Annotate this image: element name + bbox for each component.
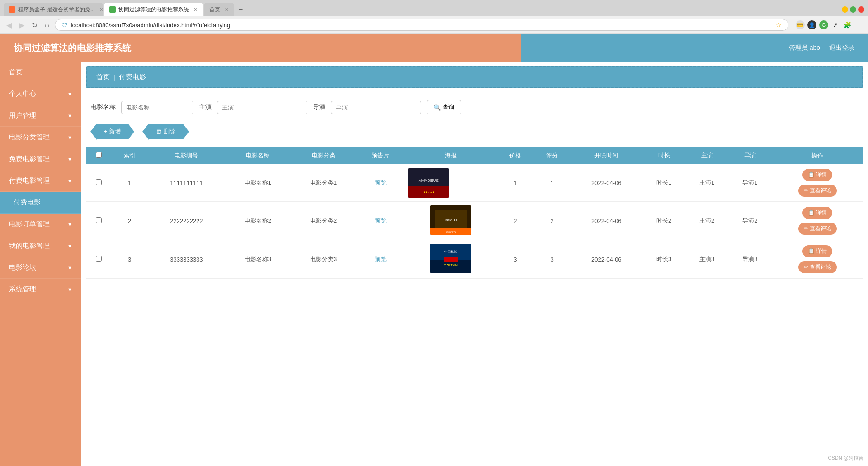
sidebar-item-forum[interactable]: 电影论坛 ▼ xyxy=(0,257,81,279)
row2-review-button[interactable]: ✏ 查看评论 xyxy=(798,223,837,235)
url-bar[interactable]: 🛡 localhost:8080/ssmf7s0a/admin/dist/ind… xyxy=(55,19,788,31)
breadcrumb-current: 付费电影 xyxy=(119,73,146,81)
sidebar-item-order-mgmt[interactable]: 电影订单管理 ▼ xyxy=(0,214,81,235)
cursor-icon[interactable]: ↗ xyxy=(831,20,840,29)
browser-chrome: 程序员盒子-最适合初学者的免... ✕ 协同过滤算法的电影推荐系统 ✕ 首页 ✕… xyxy=(0,0,868,34)
wallet-icon[interactable]: 💳 xyxy=(796,20,805,29)
chevron-down-icon: ▼ xyxy=(67,157,72,162)
actor-input[interactable] xyxy=(217,101,307,114)
svg-text:CAPTAIN: CAPTAIN xyxy=(444,264,458,267)
tab-2[interactable]: 协同过滤算法的电影推荐系统 ✕ xyxy=(104,3,203,16)
svg-rect-13 xyxy=(444,257,458,262)
tab-1-close[interactable]: ✕ xyxy=(99,7,103,13)
svg-text:首藤文D: 首藤文D xyxy=(446,230,456,233)
row1-checkbox[interactable] xyxy=(96,179,102,185)
row1-price: 1 xyxy=(497,164,533,202)
sidebar-item-system[interactable]: 系统管理 ▼ xyxy=(0,279,81,300)
window-controls xyxy=(842,6,864,13)
chevron-down-icon: ▼ xyxy=(67,243,72,249)
action-bar: + 新增 🗑 删除 xyxy=(81,122,868,147)
home-button[interactable]: ⌂ xyxy=(43,20,51,30)
row3-preview-link[interactable]: 预览 xyxy=(375,256,387,262)
row3-actions: 📋 详情 ✏ 查看评论 xyxy=(771,240,863,279)
table-col-poster: 海报 xyxy=(405,147,497,164)
extension-icon[interactable]: G xyxy=(819,20,828,29)
tab-3-close[interactable]: ✕ xyxy=(225,7,229,13)
row1-duration: 时长1 xyxy=(642,164,685,202)
delete-button[interactable]: 🗑 删除 xyxy=(149,124,183,139)
tab-1-label: 程序员盒子-最适合初学者的免... xyxy=(18,6,95,14)
add-button[interactable]: + 新增 xyxy=(97,124,128,139)
breadcrumb-home[interactable]: 首页 xyxy=(96,73,110,81)
sidebar-item-personal[interactable]: 个人中心 ▼ xyxy=(0,83,81,105)
row2-detail-button[interactable]: 📋 详情 xyxy=(802,207,832,219)
row2-price: 2 xyxy=(497,202,533,240)
sidebar-item-movie-category[interactable]: 电影分类管理 ▼ xyxy=(0,127,81,148)
table-col-date: 开映时间 xyxy=(571,147,642,164)
new-tab-button[interactable]: + xyxy=(235,5,246,14)
row1-director: 导演1 xyxy=(728,164,771,202)
sidebar-item-user-mgmt[interactable]: 用户管理 ▼ xyxy=(0,105,81,127)
row3-checkbox[interactable] xyxy=(96,256,102,262)
table-col-number: 电影编号 xyxy=(148,147,225,164)
watermark: CSDN @阿拉苦 xyxy=(828,455,863,461)
url-text: localhost:8080/ssmf7s0a/admin/dist/index… xyxy=(71,22,772,29)
row3-poster: 中国机长 CAPTAIN xyxy=(405,240,497,279)
svg-text:中国机长: 中国机长 xyxy=(444,250,457,253)
logout-button[interactable]: 退出登录 xyxy=(829,44,854,52)
sidebar-item-paid-movie[interactable]: 付费电影管理 ▼ xyxy=(0,170,81,192)
profile-icon[interactable]: 👤 xyxy=(807,20,816,29)
select-all-checkbox[interactable] xyxy=(96,152,102,158)
search-btn-label: 查询 xyxy=(443,103,454,111)
more-icon[interactable]: ⋮ xyxy=(854,20,863,29)
row3-detail-button[interactable]: 📋 详情 xyxy=(802,245,832,257)
row2-poster: Initial D 首藤文D xyxy=(405,202,497,240)
row1-review-button[interactable]: ✏ 查看评论 xyxy=(798,185,837,197)
close-button[interactable] xyxy=(858,6,864,13)
sidebar-category-label: 电影分类管理 xyxy=(9,133,50,142)
sidebar-home-label: 首页 xyxy=(9,68,23,76)
svg-text:AMADEUS: AMADEUS xyxy=(418,178,439,183)
row2-checkbox[interactable] xyxy=(96,217,102,223)
row3-director: 导演3 xyxy=(728,240,771,279)
tab-1[interactable]: 程序员盒子-最适合初学者的免... ✕ xyxy=(4,3,103,16)
minimize-button[interactable] xyxy=(842,6,848,13)
sidebar-item-paid-movie-sub[interactable]: 付费电影 xyxy=(0,192,81,214)
maximize-button[interactable] xyxy=(850,6,856,13)
table-col-actor: 主演 xyxy=(685,147,728,164)
tab-2-close[interactable]: ✕ xyxy=(193,7,198,13)
extensions-icon[interactable]: 🧩 xyxy=(843,20,852,29)
row2-category: 电影分类2 xyxy=(291,202,356,240)
sidebar-order-label: 电影订单管理 xyxy=(9,220,50,228)
row3-date: 2022-04-06 xyxy=(571,240,642,279)
address-bar: ◀ ▶ ↻ ⌂ 🛡 localhost:8080/ssmf7s0a/admin/… xyxy=(0,16,868,34)
sidebar-paid-label: 付费电影管理 xyxy=(9,176,50,185)
table-row: 3 3333333333 电影名称3 电影分类3 预览 中国机长 xyxy=(86,240,863,279)
tab-3[interactable]: 首页 ✕ xyxy=(204,3,234,16)
star-icon[interactable]: ☆ xyxy=(776,21,782,29)
row1-detail-button[interactable]: 📋 详情 xyxy=(802,169,832,181)
row2-preview: 预览 xyxy=(356,202,404,240)
movie-name-input[interactable] xyxy=(121,101,193,114)
forward-button[interactable]: ▶ xyxy=(17,20,26,30)
row1-poster-img: AMADEUS ★★★★★ xyxy=(408,168,449,198)
sidebar-item-free-movie[interactable]: 免费电影管理 ▼ xyxy=(0,148,81,170)
row2-preview-link[interactable]: 预览 xyxy=(375,217,387,224)
row1-category: 电影分类1 xyxy=(291,164,356,202)
app-title: 协同过滤算法的电影推荐系统 xyxy=(14,42,131,54)
chevron-down-icon: ▼ xyxy=(67,222,72,227)
search-button[interactable]: 🔍 查询 xyxy=(427,100,461,114)
row2-date: 2022-04-06 xyxy=(571,202,642,240)
sidebar-item-home[interactable]: 首页 xyxy=(0,62,81,83)
table-col-rating: 评分 xyxy=(534,147,571,164)
search-bar: 电影名称 主演 导演 🔍 查询 xyxy=(81,93,868,122)
row3-review-button[interactable]: ✏ 查看评论 xyxy=(798,261,837,273)
back-button[interactable]: ◀ xyxy=(5,20,14,30)
sidebar-item-my-movie[interactable]: 我的电影管理 ▼ xyxy=(0,235,81,257)
row1-preview-link[interactable]: 预览 xyxy=(375,179,387,186)
sidebar-user-label: 用户管理 xyxy=(9,111,36,120)
reload-button[interactable]: ↻ xyxy=(30,20,39,30)
row1-actor: 主演1 xyxy=(685,164,728,202)
row1-checkbox-cell xyxy=(86,164,111,202)
director-input[interactable] xyxy=(331,101,421,114)
